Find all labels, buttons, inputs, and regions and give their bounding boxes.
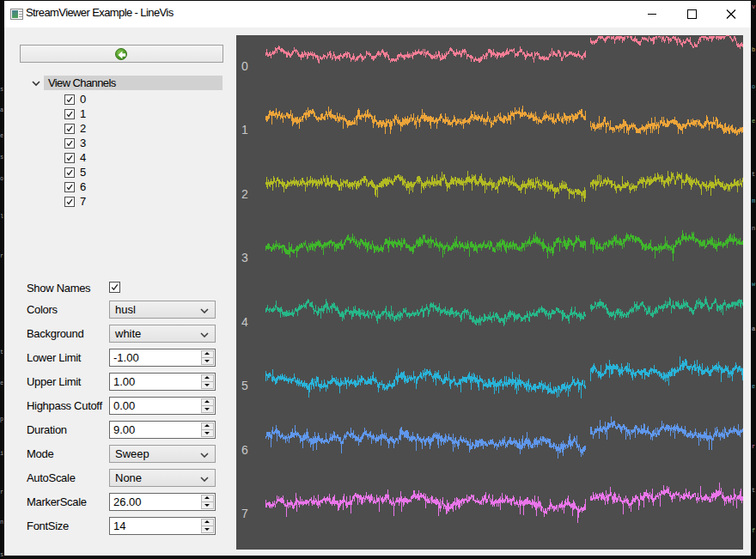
svg-text:r: r [0,489,3,495]
svg-text:e: e [0,380,3,386]
svg-text:l: l [0,213,3,220]
svg-text:v: v [752,3,755,10]
svg-text:b: b [752,46,755,53]
svg-text:i: i [0,450,3,457]
svg-text:s: s [0,86,3,93]
svg-text:e: e [0,132,3,139]
svg-text:o: o [752,83,755,90]
svg-text:t: t [752,487,755,494]
svg-text:t: t [752,171,755,178]
svg-text:a: a [752,325,755,332]
svg-text:o: o [0,175,3,182]
svg-text:a: a [0,106,3,113]
svg-text:w: w [752,281,756,288]
svg-text:s: s [0,154,3,161]
svg-text:t: t [0,349,3,355]
svg-text:r: r [752,443,755,450]
svg-text:m: m [752,197,755,204]
svg-text:r: r [0,252,3,259]
svg-text:e: e [752,118,755,125]
svg-text:e: e [752,383,755,390]
svg-text:n: n [752,225,755,232]
svg-text:s: s [0,551,3,558]
svg-text:f: f [752,527,755,534]
svg-text:n: n [0,519,3,526]
svg-text:p: p [0,416,3,422]
